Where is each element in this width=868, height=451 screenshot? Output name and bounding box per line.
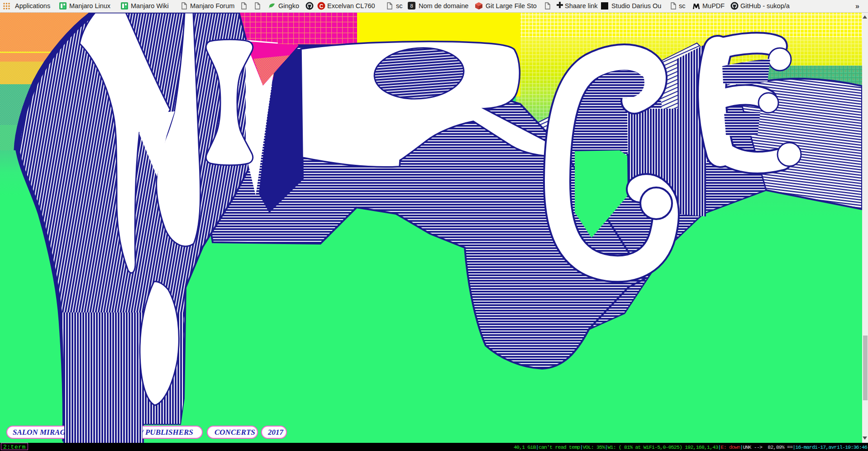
svg-text:MuPDF: MuPDF xyxy=(702,2,725,10)
svg-text:/ PUBLISHERS: / PUBLISHERS xyxy=(140,428,193,437)
svg-text:sc: sc xyxy=(679,2,686,10)
svg-text:GitHub - sukop/a: GitHub - sukop/a xyxy=(740,2,790,10)
svg-text:Applications: Applications xyxy=(15,2,50,10)
svg-text:Manjaro Linux: Manjaro Linux xyxy=(69,2,111,10)
svg-text:Gingko: Gingko xyxy=(278,2,299,10)
svg-text:sc: sc xyxy=(396,2,403,10)
svg-text:Excelvan CL760: Excelvan CL760 xyxy=(327,2,375,10)
svg-text:Nom de domaine: Nom de domaine xyxy=(419,2,468,10)
svg-text:8: 8 xyxy=(410,3,413,9)
svg-text:SALON MIRAGE: SALON MIRAGE xyxy=(13,428,71,437)
svg-text:CONCERTS: CONCERTS xyxy=(215,428,255,437)
svg-text:Manjaro Wiki: Manjaro Wiki xyxy=(131,2,169,10)
svg-text:»: » xyxy=(855,2,859,10)
svg-text:Shaare link: Shaare link xyxy=(565,2,598,10)
svg-text:Studio Darius Ou: Studio Darius Ou xyxy=(611,2,661,10)
svg-text:2017: 2017 xyxy=(267,428,284,437)
svg-text:Git Large File Sto: Git Large File Sto xyxy=(486,2,537,10)
svg-text:Manjaro Forum: Manjaro Forum xyxy=(190,2,234,10)
svg-text:C: C xyxy=(320,3,324,10)
